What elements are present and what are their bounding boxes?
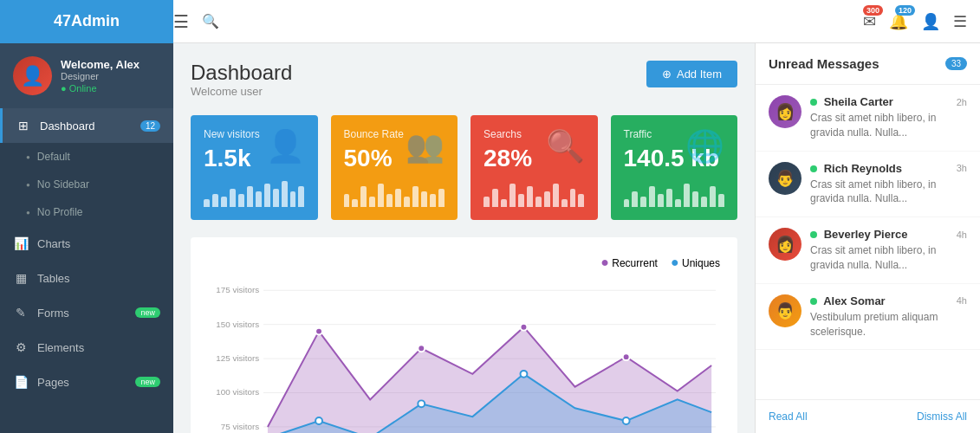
svg-point-12 <box>418 345 425 352</box>
sidebar-sub-label: No Profile <box>37 206 83 218</box>
alerts-badge: 120 <box>895 5 915 16</box>
message-text: Cras sit amet nibh libero, in gravida nu… <box>810 243 967 273</box>
legend-uniques-label: Uniques <box>682 257 720 269</box>
pages-icon: 📄 <box>13 375 29 389</box>
read-all-link[interactable]: Read All <box>769 410 808 423</box>
tables-icon: ▦ <box>13 271 29 285</box>
message-sender-name: Alex Somar <box>810 294 886 307</box>
svg-text:75 visitors: 75 visitors <box>221 422 259 431</box>
sidebar-item-forms[interactable]: ✎ Forms new <box>0 295 173 330</box>
alerts-btn[interactable]: 🔔 120 <box>889 12 908 31</box>
charts-icon: 📊 <box>13 236 29 250</box>
sidebar-user: 👤 Welcome, Alex Designer Online <box>0 43 173 108</box>
chart-svg: 175 visitors 150 visitors 125 visitors 1… <box>208 279 720 433</box>
stat-card-searches: Searchs 28% 🔍 <box>471 115 598 220</box>
message-time: 4h <box>957 295 967 306</box>
stat-bars-bounce <box>344 181 445 207</box>
stat-bars-traffic <box>624 181 725 207</box>
panel-header: Unread Messages 33 <box>756 43 980 85</box>
message-avatar: 👩 <box>769 95 802 128</box>
sidebar-item-label: Pages <box>37 376 69 389</box>
menu-btn[interactable]: ☰ <box>953 12 967 31</box>
message-avatar: 👩 <box>769 228 802 261</box>
stat-bars-searches <box>484 181 585 207</box>
stat-card-bounce: Bounce Rate 50% 👥 <box>331 115 458 220</box>
message-item[interactable]: 👨 Rich Reynolds 3h Cras sit amet nibh li… <box>756 152 980 218</box>
message-text: Vestibulum pretium aliquam scelerisque. <box>810 310 967 339</box>
svg-point-19 <box>623 417 630 424</box>
panel-title: Unread Messages <box>769 56 879 71</box>
sidebar-item-default[interactable]: Default <box>0 143 173 171</box>
sidebar-item-charts[interactable]: 📊 Charts <box>0 226 173 261</box>
user-btn[interactable]: 👤 <box>921 12 940 31</box>
top-navbar: 47Admin ☰ 🔍 ✉ 300 🔔 120 👤 ☰ <box>0 0 980 43</box>
message-sender-name: Rich Reynolds <box>810 162 902 175</box>
sidebar-user-status: Online <box>61 83 140 94</box>
sidebar-sub-label: No Sidebar <box>37 178 89 191</box>
add-item-button[interactable]: ⊕ Add Item <box>646 61 737 87</box>
svg-text:100 visitors: 100 visitors <box>216 387 259 397</box>
sidebar-item-no-sidebar[interactable]: No Sidebar <box>0 171 173 198</box>
message-avatar: 👨 <box>769 294 802 327</box>
message-item[interactable]: 👩 Beverley Pierce 4h Cras sit amet nibh … <box>756 217 980 284</box>
page-header: Dashboard Welcome user ⊕ Add Item <box>191 61 737 98</box>
sidebar-item-no-profile[interactable]: No Profile <box>0 198 173 226</box>
notifications-badge: 300 <box>863 5 883 16</box>
message-sender-name: Beverley Pierce <box>810 228 907 241</box>
svg-point-14 <box>623 353 630 360</box>
svg-text:125 visitors: 125 visitors <box>216 353 259 363</box>
sidebar-item-tables[interactable]: ▦ Tables <box>0 261 173 295</box>
stat-bars-visitors <box>204 181 305 207</box>
pages-badge: new <box>135 377 160 387</box>
panel-footer: Read All Dismiss All <box>756 399 980 433</box>
stat-card-visitors: New visitors 1.5k 👤 <box>191 115 318 220</box>
notifications-btn[interactable]: ✉ 300 <box>863 12 876 31</box>
chart-container: ● Recurrent ● Uniques 175 visitors 150 v… <box>191 237 737 433</box>
dashboard-badge: 12 <box>140 120 160 132</box>
elements-icon: ⚙ <box>13 340 29 354</box>
svg-point-17 <box>418 400 425 407</box>
bounce-icon: 👥 <box>406 128 445 165</box>
message-time: 4h <box>957 229 967 240</box>
chart-legend: ● Recurrent ● Uniques <box>208 255 720 270</box>
page-title: Dashboard <box>191 61 292 85</box>
message-time: 3h <box>957 163 967 173</box>
message-avatar: 👨 <box>769 162 802 195</box>
sidebar-item-elements[interactable]: ⚙ Elements <box>0 330 173 365</box>
sidebar-item-label: Dashboard <box>40 120 95 132</box>
message-item[interactable]: 👩 Sheila Carter 2h Cras sit amet nibh li… <box>756 85 980 152</box>
sidebar-item-label: Charts <box>37 237 70 250</box>
page-subtitle: Welcome user <box>191 85 292 98</box>
sidebar-sub-label: Default <box>37 151 70 163</box>
svg-point-13 <box>521 324 528 331</box>
visitors-icon: 👤 <box>266 128 305 165</box>
sidebar-user-name: Welcome, Alex <box>61 58 140 71</box>
dashboard-icon: ⊞ <box>16 119 31 132</box>
message-sender-name: Sheila Carter <box>810 95 893 108</box>
message-item[interactable]: 👨 Alex Somar 4h Vestibulum pretium aliqu… <box>756 284 980 351</box>
online-status-icon <box>810 298 817 305</box>
message-text: Cras sit amet nibh libero, in gravida nu… <box>810 111 967 140</box>
plus-icon: ⊕ <box>662 68 672 81</box>
dismiss-all-link[interactable]: Dismiss All <box>917 410 967 423</box>
traffic-icon: 🌐 <box>685 128 724 165</box>
search-icon[interactable]: 🔍 <box>202 13 219 29</box>
sidebar-item-label: Forms <box>37 307 69 320</box>
forms-icon: ✎ <box>13 306 29 320</box>
sidebar-item-dashboard[interactable]: ⊞ Dashboard 12 <box>0 108 173 143</box>
right-panel: Unread Messages 33 👩 Sheila Carter 2h Cr… <box>755 43 980 433</box>
top-navbar-icons: ✉ 300 🔔 120 👤 ☰ <box>863 12 967 31</box>
sidebar-nav: ⊞ Dashboard 12 Default No Sidebar No Pro… <box>0 108 173 433</box>
hamburger-icon[interactable]: ☰ <box>173 11 189 32</box>
main-content: Dashboard Welcome user ⊕ Add Item New vi… <box>173 43 755 433</box>
avatar: 👤 <box>13 56 52 95</box>
online-status-icon <box>810 165 817 172</box>
main-layout: 👤 Welcome, Alex Designer Online ⊞ Dashbo… <box>0 43 980 433</box>
sidebar-item-pages[interactable]: 📄 Pages new <box>0 365 173 399</box>
brand-logo[interactable]: 47Admin <box>0 0 173 43</box>
legend-uniques: ● Uniques <box>671 255 720 270</box>
online-status-icon <box>810 231 817 238</box>
svg-point-18 <box>521 371 528 378</box>
legend-recurrent: ● Recurrent <box>600 255 658 270</box>
sidebar-item-label: Tables <box>37 272 70 285</box>
